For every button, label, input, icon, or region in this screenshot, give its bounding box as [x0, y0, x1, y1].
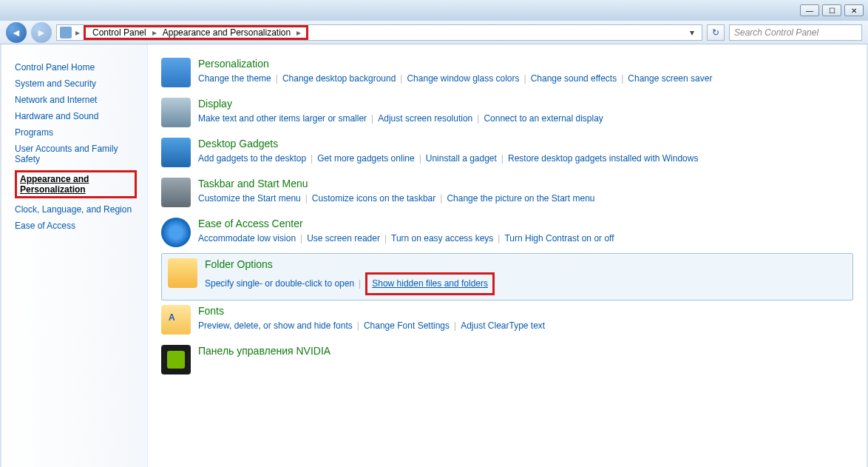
- task-link[interactable]: Preview, delete, or show and hide fonts: [198, 320, 353, 331]
- task-separator: |: [501, 153, 503, 164]
- task-separator: |: [440, 193, 442, 204]
- task-separator: |: [371, 113, 373, 124]
- breadcrumb-dropdown[interactable]: ▾: [685, 27, 699, 38]
- task-highlight: Show hidden files and folders: [365, 272, 495, 295]
- category: FontsPreview, delete, or show and hide f…: [161, 300, 853, 340]
- search-input[interactable]: Search Control Panel: [729, 24, 862, 41]
- category-title[interactable]: Fonts: [198, 305, 853, 317]
- chevron-right-icon[interactable]: ▸: [150, 27, 159, 38]
- task-link[interactable]: Show hidden files and folders: [372, 278, 488, 289]
- category: Ease of Access CenterAccommodate low vis…: [161, 213, 853, 253]
- control-panel-icon: [60, 27, 72, 38]
- task-link[interactable]: Add gadgets to the desktop: [198, 153, 306, 164]
- task-link[interactable]: Specify single- or double-click to open: [205, 278, 354, 289]
- task-link[interactable]: Change the picture on the Start menu: [447, 193, 594, 204]
- breadcrumb-root[interactable]: Control Panel: [89, 27, 150, 38]
- category-icon: [161, 178, 191, 207]
- maximize-button[interactable]: ☐: [822, 4, 841, 16]
- window-titlebar: — ☐ ✕: [0, 0, 868, 21]
- content-area: PersonalizationChange the theme|Change d…: [148, 44, 867, 467]
- breadcrumb[interactable]: ▸ Control Panel ▸ Appearance and Persona…: [56, 24, 702, 41]
- task-separator: |: [359, 278, 361, 289]
- minimize-button[interactable]: —: [800, 4, 819, 16]
- task-separator: |: [400, 73, 402, 84]
- task-link[interactable]: Use screen reader: [307, 233, 380, 243]
- task-separator: |: [384, 233, 387, 243]
- sidebar-item[interactable]: User Accounts and Family Safety: [15, 142, 137, 166]
- task-separator: |: [300, 233, 302, 243]
- toolbar: ◄ ► ▸ Control Panel ▸ Appearance and Per…: [0, 21, 868, 44]
- task-link[interactable]: Customize the Start menu: [198, 193, 301, 204]
- control-panel-home-link[interactable]: Control Panel Home: [15, 61, 137, 74]
- category: DisplayMake text and other items larger …: [161, 93, 853, 133]
- task-separator: |: [524, 73, 526, 84]
- category-icon: [161, 138, 191, 167]
- task-separator: |: [621, 73, 623, 84]
- category-title[interactable]: Folder Options: [205, 258, 847, 270]
- close-button[interactable]: ✕: [844, 4, 864, 16]
- task-link[interactable]: Accommodate low vision: [198, 233, 296, 243]
- task-link[interactable]: Adjust ClearType text: [461, 320, 545, 331]
- task-link[interactable]: Connect to an external display: [484, 113, 603, 124]
- task-separator: |: [454, 320, 456, 331]
- sidebar-item[interactable]: System and Security: [15, 77, 137, 90]
- task-separator: |: [419, 153, 421, 164]
- category-title[interactable]: Ease of Access Center: [198, 218, 853, 229]
- task-link[interactable]: Customize icons on the taskbar: [312, 193, 435, 204]
- task-link[interactable]: Change the theme: [198, 73, 271, 84]
- sidebar: Control Panel Home System and SecurityNe…: [1, 44, 148, 467]
- sidebar-highlight: Appearance and Personalization: [15, 170, 137, 198]
- task-link[interactable]: Change Font Settings: [364, 320, 450, 331]
- category: Панель управления NVIDIA: [161, 340, 853, 380]
- task-link[interactable]: Make text and other items larger or smal…: [198, 113, 367, 124]
- task-link[interactable]: Adjust screen resolution: [378, 113, 472, 124]
- task-link[interactable]: Turn High Contrast on or off: [504, 233, 614, 243]
- category-icon: [161, 58, 191, 87]
- category: Folder OptionsSpecify single- or double-…: [161, 253, 853, 300]
- task-separator: |: [498, 233, 500, 243]
- category: Taskbar and Start MenuCustomize the Star…: [161, 173, 853, 213]
- task-link[interactable]: Restore desktop gadgets installed with W…: [508, 153, 698, 164]
- category-icon: [161, 305, 191, 335]
- refresh-button[interactable]: ↻: [707, 24, 725, 41]
- task-link[interactable]: Change sound effects: [531, 73, 617, 84]
- sidebar-item[interactable]: Hardware and Sound: [15, 110, 137, 123]
- category-title[interactable]: Панель управления NVIDIA: [198, 345, 853, 357]
- sidebar-item[interactable]: Clock, Language, and Region: [15, 203, 137, 216]
- task-link[interactable]: Change screen saver: [628, 73, 712, 84]
- task-separator: |: [276, 73, 278, 84]
- sidebar-item[interactable]: Programs: [15, 126, 137, 139]
- category-icon: [161, 218, 191, 247]
- breadcrumb-highlight: Control Panel ▸ Appearance and Personali…: [84, 25, 308, 40]
- category-title[interactable]: Display: [198, 98, 853, 110]
- task-link[interactable]: Get more gadgets online: [317, 153, 414, 164]
- task-separator: |: [305, 193, 308, 204]
- breadcrumb-current[interactable]: Appearance and Personalization: [159, 27, 294, 38]
- task-link[interactable]: Turn on easy access keys: [391, 233, 493, 243]
- task-separator: |: [357, 320, 359, 331]
- category-icon: [161, 345, 191, 374]
- task-link[interactable]: Change window glass colors: [407, 73, 519, 84]
- sidebar-item[interactable]: Ease of Access: [15, 219, 137, 232]
- back-button[interactable]: ◄: [6, 22, 27, 43]
- category-icon: [168, 258, 197, 288]
- sidebar-item[interactable]: Network and Internet: [15, 93, 137, 107]
- task-separator: |: [311, 153, 313, 164]
- task-separator: |: [477, 113, 479, 124]
- search-placeholder: Search Control Panel: [734, 27, 818, 38]
- category-title[interactable]: Desktop Gadgets: [198, 138, 853, 149]
- category: PersonalizationChange the theme|Change d…: [161, 53, 853, 93]
- category: Desktop GadgetsAdd gadgets to the deskto…: [161, 133, 853, 173]
- task-link[interactable]: Change desktop background: [282, 73, 396, 84]
- task-link[interactable]: Uninstall a gadget: [426, 153, 497, 164]
- chevron-right-icon[interactable]: ▸: [73, 27, 82, 38]
- sidebar-item[interactable]: Appearance and Personalization: [15, 169, 137, 200]
- chevron-right-icon[interactable]: ▸: [294, 27, 303, 38]
- category-title[interactable]: Personalization: [198, 58, 853, 70]
- category-title[interactable]: Taskbar and Start Menu: [198, 178, 853, 189]
- forward-button[interactable]: ►: [31, 22, 52, 43]
- category-icon: [161, 98, 191, 127]
